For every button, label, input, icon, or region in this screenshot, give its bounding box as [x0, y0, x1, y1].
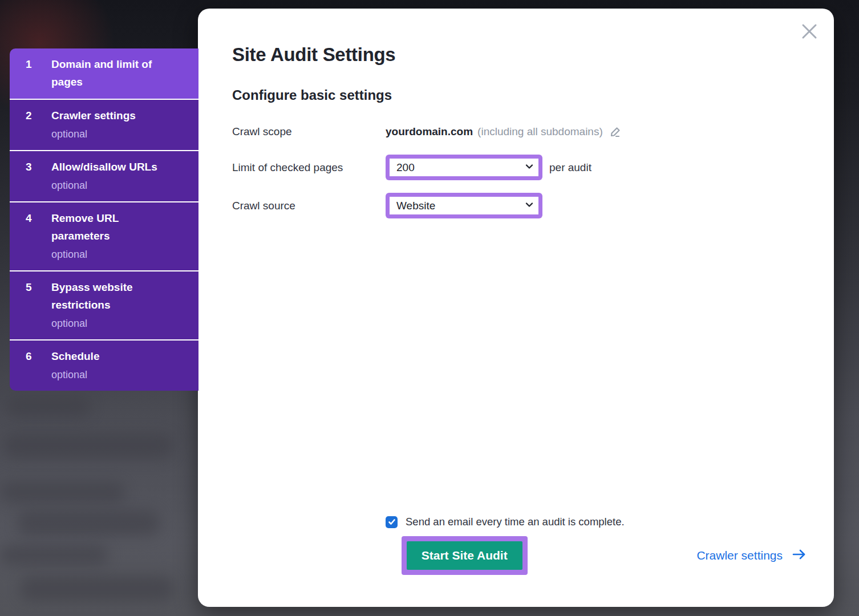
- crawl-source-label: Crawl source: [232, 200, 386, 212]
- backdrop-blur-blob: [0, 545, 108, 565]
- section-heading: Configure basic settings: [232, 87, 800, 103]
- step-optional-label: optional: [51, 316, 168, 331]
- crawler-settings-link-label: Crawler settings: [696, 549, 783, 562]
- crawl-scope-row: Crawl scope yourdomain.com (including al…: [232, 124, 800, 140]
- chevron-down-icon: [524, 199, 535, 213]
- limit-highlight-frame: 200: [386, 155, 542, 180]
- crawler-settings-link[interactable]: Crawler settings: [696, 548, 807, 564]
- footer-actions: Start Site Audit Crawler settings: [232, 536, 800, 575]
- sidebar-item-schedule[interactable]: 6 Schedule optional: [10, 339, 198, 391]
- crawl-source-row: Crawl source Website: [232, 193, 800, 218]
- wizard-steps-sidebar: 1 Domain and limit of pages 2 Crawler se…: [10, 48, 198, 391]
- crawl-source-select[interactable]: Website: [390, 197, 538, 214]
- step-number: 4: [26, 209, 51, 262]
- step-optional-label: optional: [51, 367, 99, 383]
- limit-select-value: 200: [396, 161, 415, 174]
- email-checkbox-label: Send an email every time an audit is com…: [406, 516, 625, 528]
- sidebar-item-remove-url-parameters[interactable]: 4 Remove URL parameters optional: [10, 201, 198, 270]
- step-optional-label: optional: [51, 127, 136, 142]
- site-audit-settings-modal: Site Audit Settings Configure basic sett…: [198, 9, 834, 607]
- email-checkbox[interactable]: [386, 516, 398, 528]
- backdrop-blur-blob: [0, 482, 125, 502]
- limit-suffix: per audit: [549, 161, 591, 174]
- step-number: 6: [26, 347, 51, 383]
- step-label: Domain and limit of pages: [51, 55, 168, 91]
- limit-label: Limit of checked pages: [232, 161, 386, 174]
- crawl-source-highlight-frame: Website: [386, 193, 542, 218]
- start-button-highlight-frame: Start Site Audit: [402, 536, 528, 575]
- close-icon[interactable]: [800, 22, 819, 41]
- sidebar-item-crawler-settings[interactable]: 2 Crawler settings optional: [10, 99, 198, 150]
- step-label: Crawler settings: [51, 107, 136, 124]
- crawl-scope-note: (including all subdomains): [477, 125, 603, 138]
- backdrop-blur-blob: [17, 510, 160, 536]
- edit-pencil-icon[interactable]: [607, 124, 623, 140]
- step-number: 2: [26, 107, 51, 142]
- spacer: [232, 231, 800, 516]
- start-site-audit-button[interactable]: Start Site Audit: [407, 541, 522, 570]
- step-label: Allow/disallow URLs: [51, 158, 157, 176]
- step-number: 3: [26, 158, 51, 193]
- dimmed-backdrop: Site Audit Settings Configure basic sett…: [0, 0, 859, 616]
- crawl-scope-domain: yourdomain.com: [386, 125, 473, 138]
- arrow-right-icon: [792, 548, 807, 564]
- backdrop-blur-blob: [20, 576, 174, 601]
- step-optional-label: optional: [51, 247, 168, 262]
- step-number: 5: [26, 278, 51, 331]
- step-label: Schedule: [51, 347, 99, 365]
- crawl-scope-value: yourdomain.com (including all subdomains…: [386, 124, 623, 140]
- step-label: Bypass website restrictions: [51, 278, 168, 314]
- backdrop-blur-blob: [3, 433, 174, 459]
- backdrop-blur-blob: [6, 396, 91, 417]
- step-number: 1: [26, 55, 51, 91]
- limit-row: Limit of checked pages 200 per audit: [232, 155, 800, 180]
- sidebar-item-bypass-website-restrictions[interactable]: 5 Bypass website restrictions optional: [10, 270, 198, 339]
- sidebar-item-allow-disallow-urls[interactable]: 3 Allow/disallow URLs optional: [10, 150, 198, 201]
- step-optional-label: optional: [51, 178, 157, 193]
- page-title: Site Audit Settings: [232, 44, 800, 66]
- sidebar-item-domain-and-limit[interactable]: 1 Domain and limit of pages: [10, 48, 198, 99]
- limit-select[interactable]: 200: [390, 159, 538, 176]
- email-checkbox-row: Send an email every time an audit is com…: [386, 516, 800, 528]
- chevron-down-icon: [524, 161, 535, 175]
- crawl-source-select-value: Website: [396, 200, 435, 212]
- crawl-scope-label: Crawl scope: [232, 125, 386, 138]
- step-label: Remove URL parameters: [51, 209, 168, 245]
